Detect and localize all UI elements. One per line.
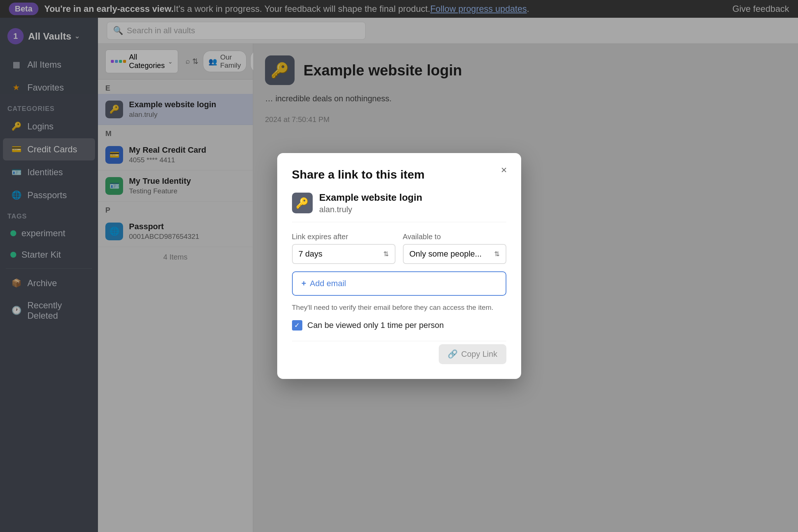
modal-title: Share a link to this item [292, 168, 506, 182]
link-expires-updown-icon: ⇅ [383, 250, 389, 258]
available-to-select[interactable]: Only some people... ⇅ [403, 244, 506, 264]
viewed-once-checkbox[interactable]: ✓ [292, 320, 302, 331]
link-expires-label: Link expires after [292, 233, 395, 241]
share-link-modal: Share a link to this item × 🔑 Example we… [277, 153, 521, 379]
available-to-label: Available to [403, 233, 506, 241]
modal-item-icon: 🔑 [292, 193, 313, 213]
available-to-updown-icon: ⇅ [494, 250, 500, 258]
modal-close-button[interactable]: × [498, 163, 511, 177]
available-to-value: Only some people... [410, 249, 482, 259]
modal-help-text: They'll need to verify their email befor… [292, 302, 506, 313]
copy-link-label: Copy Link [461, 349, 498, 359]
link-expires-col: Link expires after 7 days ⇅ [292, 233, 395, 264]
modal-footer: 🔗 Copy Link [292, 341, 506, 364]
link-expires-select[interactable]: 7 days ⇅ [292, 244, 395, 264]
add-email-plus-icon: + [302, 279, 306, 288]
checkbox-row[interactable]: ✓ Can be viewed only 1 time per person [292, 320, 506, 331]
modal-item-subtitle: alan.truly [319, 205, 422, 214]
available-to-col: Available to Only some people... ⇅ [403, 233, 506, 264]
modal-overlay[interactable]: Share a link to this item × 🔑 Example we… [0, 0, 798, 532]
add-email-label: Add email [310, 279, 346, 288]
link-icon: 🔗 [448, 349, 458, 359]
modal-item-info: Example website login alan.truly [319, 192, 422, 214]
add-email-button[interactable]: + Add email [292, 271, 506, 296]
modal-item-title: Example website login [319, 192, 422, 203]
modal-item-row: 🔑 Example website login alan.truly [292, 192, 506, 222]
checkmark-icon: ✓ [294, 321, 300, 329]
link-expires-value: 7 days [299, 249, 323, 259]
checkbox-label: Can be viewed only 1 time per person [308, 321, 444, 330]
modal-options-row: Link expires after 7 days ⇅ Available to… [292, 233, 506, 264]
copy-link-button[interactable]: 🔗 Copy Link [439, 344, 506, 364]
